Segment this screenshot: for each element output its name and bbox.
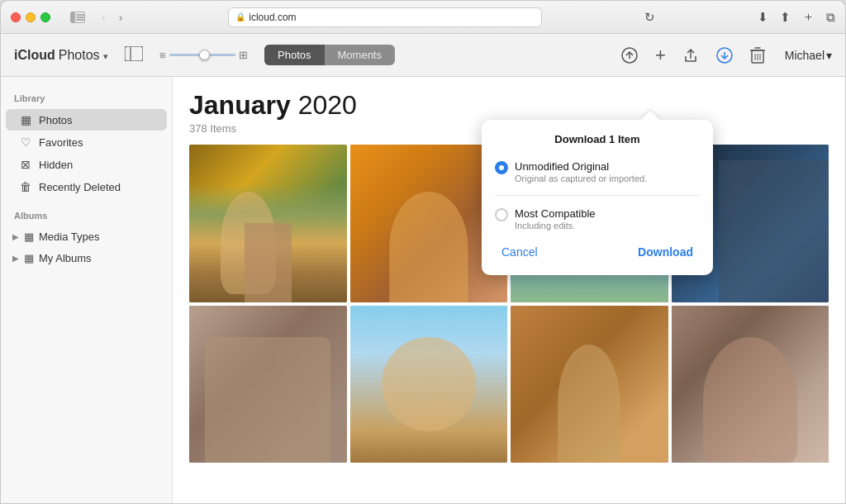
download-button[interactable]: Download (631, 242, 700, 262)
sidebar-item-favorites[interactable]: ♡ Favorites (6, 131, 167, 153)
minimize-button[interactable] (26, 12, 36, 22)
upload-icon (620, 46, 639, 64)
sidebar-item-my-albums[interactable]: ▶ ▦ My Albums (6, 248, 167, 269)
share-action-button[interactable] (682, 46, 699, 64)
dropdown-actions: Cancel Download (495, 242, 700, 262)
hidden-label: Hidden (39, 159, 73, 171)
delete-button[interactable] (750, 46, 765, 64)
moments-tab[interactable]: Moments (325, 45, 395, 65)
product-dropdown-arrow[interactable]: ▾ (103, 51, 108, 61)
upload-button[interactable] (620, 46, 639, 64)
traffic-lights (11, 12, 50, 22)
media-types-label: Media Types (39, 231, 99, 243)
sidebar: Library ▦ Photos ♡ Favorites ⊠ Hidden 🗑 … (1, 77, 173, 503)
brand-name: iCloud (14, 48, 55, 63)
option-unmodified-text: Unmodified Original Original as captured… (515, 160, 647, 183)
my-albums-chevron: ▶ (12, 254, 19, 263)
download-dropdown: Download 1 Item Unmodified Original Orig… (482, 120, 713, 275)
year-value: 2020 (298, 90, 357, 120)
lock-icon: 🔒 (235, 12, 245, 21)
option-unmodified-label: Unmodified Original (515, 160, 647, 173)
photos-tab[interactable]: Photos (264, 45, 324, 65)
user-menu[interactable]: Michael ▾ (785, 49, 832, 62)
refresh-button[interactable]: ↻ (644, 10, 655, 25)
radio-inner (499, 165, 504, 170)
albums-section-label: Albums (1, 207, 172, 226)
forward-button[interactable]: › (116, 9, 126, 26)
option-compatible-text: Most Compatible Including edits. (515, 207, 596, 231)
app-toolbar: iCloud Photos ▾ ⊞ ⊞ Photos Moments (1, 34, 845, 77)
app-title: iCloud Photos ▾ (14, 48, 108, 63)
photos-icon: ▦ (19, 113, 32, 126)
zoom-small-icon: ⊞ (159, 51, 166, 59)
sidebar-item-hidden[interactable]: ⊠ Hidden (6, 154, 167, 175)
sidebar-item-photos[interactable]: ▦ Photos (6, 109, 167, 131)
fullscreen-button[interactable] (40, 12, 50, 22)
photos-label: Photos (39, 114, 72, 126)
browser-window: ‹ › 🔒 icloud.com ↻ ⬇ ⬆ ＋ ⧉ iCloud Photos… (0, 0, 846, 504)
option-unmodified[interactable]: Unmodified Original Original as captured… (495, 155, 700, 188)
download-action-button[interactable] (715, 46, 734, 64)
trash-sidebar-icon: 🗑 (19, 180, 32, 193)
product-name: Photos ▾ (59, 48, 108, 63)
browser-titlebar: ‹ › 🔒 icloud.com ↻ ⬇ ⬆ ＋ ⧉ (1, 1, 845, 34)
content-title: January 2020 (189, 90, 829, 121)
add-button[interactable]: + (655, 45, 666, 66)
hidden-icon: ⊠ (19, 158, 32, 171)
option-compatible[interactable]: Most Compatible Including edits. (495, 202, 700, 235)
back-button[interactable]: ‹ (98, 9, 109, 26)
main-layout: Library ▦ Photos ♡ Favorites ⊠ Hidden 🗑 … (1, 77, 845, 503)
tab-overview-button[interactable]: ⧉ (826, 10, 835, 25)
share-icon (682, 46, 699, 64)
sidebar-item-media-types[interactable]: ▶ ▦ Media Types (6, 226, 167, 247)
view-segment-control: Photos Moments (264, 45, 395, 65)
address-bar[interactable]: 🔒 icloud.com (228, 7, 542, 27)
favorites-icon: ♡ (19, 136, 32, 149)
photo-cell-1[interactable] (189, 145, 347, 302)
sidebar-item-recently-deleted[interactable]: 🗑 Recently Deleted (6, 176, 167, 197)
my-albums-icon: ▦ (24, 252, 34, 264)
sidebar-toggle-button[interactable] (125, 46, 143, 64)
favorites-label: Favorites (39, 136, 83, 149)
svg-rect-4 (125, 46, 143, 61)
recently-deleted-label: Recently Deleted (39, 181, 121, 193)
user-dropdown-arrow: ▾ (826, 49, 832, 62)
dropdown-divider (495, 195, 700, 196)
zoom-large-icon: ⊞ (239, 49, 248, 61)
zoom-track[interactable] (169, 54, 235, 56)
url-text: icloud.com (249, 12, 296, 23)
option-compatible-label: Most Compatible (515, 207, 596, 220)
toolbar-actions: + (620, 45, 765, 66)
share-button[interactable]: ⬆ (780, 10, 791, 25)
svg-rect-0 (71, 12, 75, 22)
close-button[interactable] (11, 12, 21, 22)
photo-cell-8[interactable] (672, 306, 829, 464)
photo-cell-7[interactable] (511, 306, 668, 464)
option-unmodified-desc: Original as captured or imported. (515, 174, 647, 183)
zoom-control[interactable]: ⊞ ⊞ (159, 49, 248, 61)
svg-rect-2 (76, 17, 84, 18)
new-tab-button[interactable]: ＋ (802, 9, 815, 25)
browser-actions: ⬇ ⬆ ＋ ⧉ (758, 9, 835, 25)
radio-compatible[interactable] (495, 208, 508, 221)
trash-icon (750, 46, 765, 64)
my-albums-label: My Albums (39, 252, 92, 264)
option-compatible-desc: Including edits. (515, 221, 596, 231)
dropdown-title: Download 1 Item (495, 133, 700, 145)
cancel-button[interactable]: Cancel (495, 242, 544, 262)
content-area: January 2020 378 Items (173, 77, 845, 503)
download-icon (715, 46, 734, 64)
download-manager-button[interactable]: ⬇ (758, 10, 768, 25)
zoom-thumb[interactable] (199, 50, 210, 60)
user-name: Michael (785, 49, 825, 62)
media-types-chevron: ▶ (12, 232, 19, 241)
photo-cell-6[interactable] (350, 306, 508, 464)
browser-sidebar-toggle[interactable] (70, 12, 85, 23)
library-section-label: Library (1, 90, 172, 108)
svg-rect-3 (76, 19, 84, 21)
radio-unmodified[interactable] (495, 161, 508, 174)
month-label: January (189, 90, 291, 120)
photo-cell-5[interactable] (189, 306, 347, 464)
svg-rect-1 (76, 14, 84, 16)
sidebar-icon (125, 46, 143, 61)
